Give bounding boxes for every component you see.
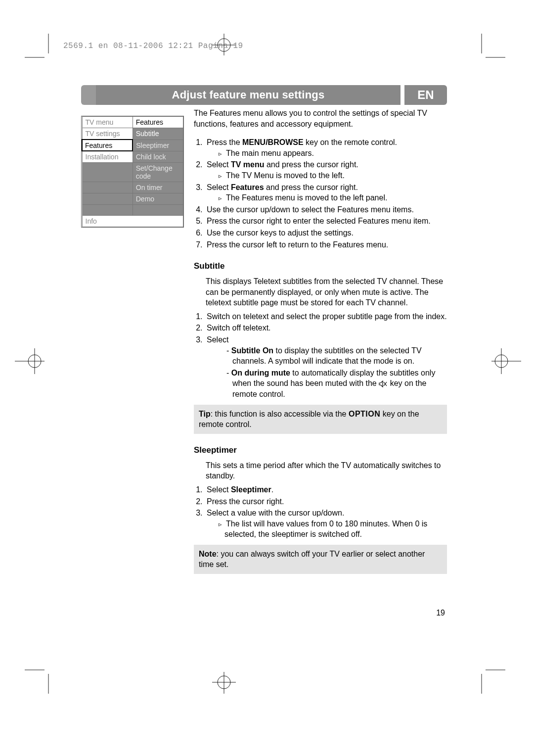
text: Select [207, 160, 231, 169]
subtitle-heading: Subtitle [194, 261, 447, 272]
lang-badge: EN [404, 85, 447, 105]
intro-paragraph: The Features menu allows you to control … [194, 108, 447, 129]
col-header-right: Features [133, 117, 183, 128]
menu-empty [82, 205, 133, 216]
menu-name: TV menu [231, 160, 265, 169]
text: Select a value with the cursor up/down. [207, 509, 344, 517]
result-line: The main menu appears. [219, 148, 447, 159]
title-cap [81, 85, 96, 105]
option-name: Sleeptimer [231, 485, 271, 494]
menu-item: Installation [82, 151, 133, 163]
list-item: Press the MENU/BROWSE key on the remote … [205, 137, 447, 158]
result-line: The Features menu is moved to the left p… [219, 192, 447, 203]
option-name: Subtitle On [231, 346, 273, 355]
title-bar: Adjust feature menu settings EN [81, 85, 447, 105]
dash-item: - Subtitle On to display the subtitles o… [226, 345, 447, 367]
menu-name: Features [231, 183, 264, 191]
text: . [271, 485, 273, 494]
menu-item: Sleeptimer [133, 140, 183, 151]
menu-item: Set/Change code [133, 163, 183, 182]
dash-item: - On during mute to automatically displa… [226, 368, 447, 400]
text: Select [207, 485, 231, 494]
list-item: Press the cursor right. [205, 496, 447, 507]
menu-diagram: TV menu Features TV settings Subtitle Fe… [81, 116, 184, 228]
page-number: 19 [436, 609, 445, 617]
col-header-left: TV menu [82, 117, 133, 128]
tip-label: Tip [199, 410, 211, 418]
list-item: Use the cursor keys to adjust the settin… [205, 228, 447, 238]
menu-empty [133, 205, 183, 216]
tip-box: Tip: this function is also accessible vi… [194, 405, 447, 434]
text: Select [207, 335, 228, 344]
list-item: Use the cursor up/down to select the Fea… [205, 204, 447, 215]
text: : this function is also accessible via t… [211, 410, 349, 418]
text: and press the cursor right. [264, 160, 358, 169]
list-item: Select - Subtitle On to display the subt… [205, 334, 447, 400]
list-item: Press the cursor right to enter the sele… [205, 216, 447, 227]
menu-item: Subtitle [133, 128, 183, 140]
sleeptimer-steps: Select Sleeptimer. Press the cursor righ… [205, 484, 447, 540]
key-name: OPTION [349, 410, 380, 418]
list-item: Press the cursor left to return to the F… [205, 239, 447, 250]
text: Select [207, 183, 231, 191]
list-item: Select Sleeptimer. [205, 484, 447, 495]
menu-item: Demo [133, 193, 183, 205]
text: Press the [207, 138, 242, 146]
menu-empty [82, 182, 133, 193]
print-header: 2569.1 en 08-11-2006 12:21 Pagina 19 [63, 42, 243, 50]
menu-item-selected: Features [82, 140, 133, 151]
text: key on the remote control. [304, 138, 397, 146]
info-row: Info [82, 216, 183, 227]
mute-icon [379, 380, 388, 387]
list-item: Select Features and press the cursor rig… [205, 182, 447, 203]
result-line: The list will have values from 0 to 180 … [219, 519, 447, 540]
list-item: Select a value with the cursor up/down. … [205, 508, 447, 540]
subtitle-steps: Switch on teletext and select the proper… [205, 311, 447, 400]
subtitle-body: This displays Teletext subtitles from th… [206, 276, 447, 308]
text: and press the cursor right. [264, 183, 358, 191]
sleeptimer-body: This sets a time period after which the … [206, 460, 447, 481]
menu-item: TV settings [82, 128, 133, 140]
main-steps: Press the MENU/BROWSE key on the remote … [205, 137, 447, 250]
list-item: Switch off teletext. [205, 323, 447, 333]
main-content: The Features menu allows you to control … [194, 108, 447, 574]
menu-empty [82, 163, 133, 182]
menu-item: On timer [133, 182, 183, 193]
list-item: Select TV menu and press the cursor righ… [205, 159, 447, 181]
list-item: Switch on teletext and select the proper… [205, 311, 447, 322]
note-box: Note: you can always switch off your TV … [194, 545, 447, 574]
sleeptimer-heading: Sleeptimer [194, 445, 447, 456]
menu-empty [82, 193, 133, 205]
note-label: Note [199, 550, 217, 558]
page-title: Adjust feature menu settings [96, 85, 400, 105]
key-name: MENU/BROWSE [242, 138, 304, 146]
menu-item: Child lock [133, 151, 183, 163]
result-line: The TV Menu is moved to the left. [219, 170, 447, 181]
option-name: On during mute [231, 369, 290, 377]
text: : you can always switch off your TV earl… [199, 550, 425, 569]
